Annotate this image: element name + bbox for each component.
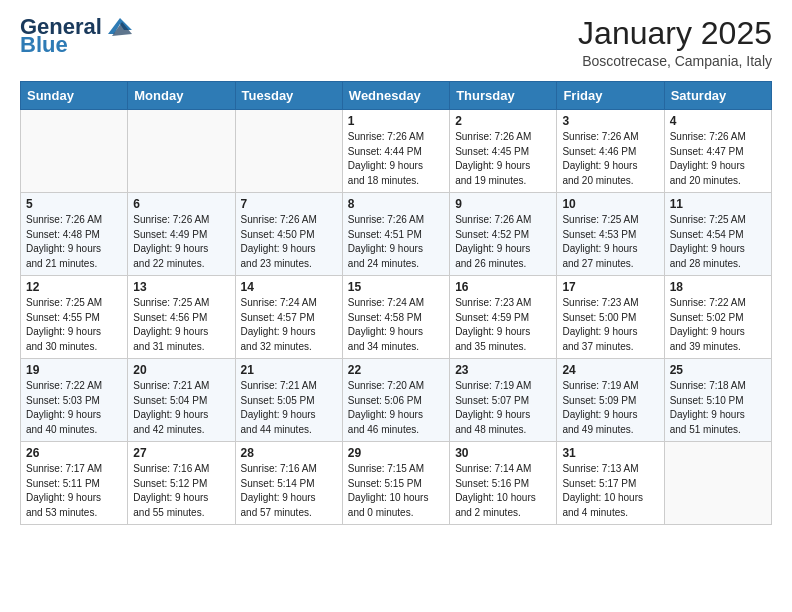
calendar-cell-w5-d5: 30Sunrise: 7:14 AM Sunset: 5:16 PM Dayli… (450, 442, 557, 525)
day-info: Sunrise: 7:26 AM Sunset: 4:45 PM Dayligh… (455, 130, 551, 188)
day-info: Sunrise: 7:26 AM Sunset: 4:52 PM Dayligh… (455, 213, 551, 271)
calendar-cell-w5-d2: 27Sunrise: 7:16 AM Sunset: 5:12 PM Dayli… (128, 442, 235, 525)
calendar-cell-w3-d1: 12Sunrise: 7:25 AM Sunset: 4:55 PM Dayli… (21, 276, 128, 359)
day-number: 21 (241, 363, 337, 377)
day-info: Sunrise: 7:21 AM Sunset: 5:05 PM Dayligh… (241, 379, 337, 437)
calendar-cell-w5-d1: 26Sunrise: 7:17 AM Sunset: 5:11 PM Dayli… (21, 442, 128, 525)
calendar-cell-w1-d5: 2Sunrise: 7:26 AM Sunset: 4:45 PM Daylig… (450, 110, 557, 193)
title-area: January 2025 Boscotrecase, Campania, Ita… (578, 16, 772, 69)
day-number: 17 (562, 280, 658, 294)
day-info: Sunrise: 7:19 AM Sunset: 5:09 PM Dayligh… (562, 379, 658, 437)
day-info: Sunrise: 7:13 AM Sunset: 5:17 PM Dayligh… (562, 462, 658, 520)
day-number: 14 (241, 280, 337, 294)
day-info: Sunrise: 7:22 AM Sunset: 5:03 PM Dayligh… (26, 379, 122, 437)
header-saturday: Saturday (664, 82, 771, 110)
day-number: 10 (562, 197, 658, 211)
day-info: Sunrise: 7:25 AM Sunset: 4:53 PM Dayligh… (562, 213, 658, 271)
calendar-cell-w2-d3: 7Sunrise: 7:26 AM Sunset: 4:50 PM Daylig… (235, 193, 342, 276)
calendar-cell-w4-d2: 20Sunrise: 7:21 AM Sunset: 5:04 PM Dayli… (128, 359, 235, 442)
day-number: 1 (348, 114, 444, 128)
day-number: 8 (348, 197, 444, 211)
weekday-header-row: Sunday Monday Tuesday Wednesday Thursday… (21, 82, 772, 110)
calendar-cell-w4-d6: 24Sunrise: 7:19 AM Sunset: 5:09 PM Dayli… (557, 359, 664, 442)
day-number: 23 (455, 363, 551, 377)
header-wednesday: Wednesday (342, 82, 449, 110)
calendar-cell-w2-d6: 10Sunrise: 7:25 AM Sunset: 4:53 PM Dayli… (557, 193, 664, 276)
day-info: Sunrise: 7:17 AM Sunset: 5:11 PM Dayligh… (26, 462, 122, 520)
day-info: Sunrise: 7:26 AM Sunset: 4:50 PM Dayligh… (241, 213, 337, 271)
calendar-cell-w2-d2: 6Sunrise: 7:26 AM Sunset: 4:49 PM Daylig… (128, 193, 235, 276)
day-number: 11 (670, 197, 766, 211)
day-number: 26 (26, 446, 122, 460)
calendar-cell-w3-d3: 14Sunrise: 7:24 AM Sunset: 4:57 PM Dayli… (235, 276, 342, 359)
day-info: Sunrise: 7:26 AM Sunset: 4:48 PM Dayligh… (26, 213, 122, 271)
day-info: Sunrise: 7:16 AM Sunset: 5:12 PM Dayligh… (133, 462, 229, 520)
day-number: 25 (670, 363, 766, 377)
day-number: 20 (133, 363, 229, 377)
week-row-5: 26Sunrise: 7:17 AM Sunset: 5:11 PM Dayli… (21, 442, 772, 525)
day-number: 15 (348, 280, 444, 294)
day-number: 24 (562, 363, 658, 377)
day-number: 13 (133, 280, 229, 294)
day-info: Sunrise: 7:25 AM Sunset: 4:54 PM Dayligh… (670, 213, 766, 271)
calendar-cell-w5-d7 (664, 442, 771, 525)
calendar-cell-w1-d1 (21, 110, 128, 193)
day-info: Sunrise: 7:24 AM Sunset: 4:57 PM Dayligh… (241, 296, 337, 354)
day-info: Sunrise: 7:26 AM Sunset: 4:46 PM Dayligh… (562, 130, 658, 188)
day-number: 9 (455, 197, 551, 211)
calendar-cell-w5-d4: 29Sunrise: 7:15 AM Sunset: 5:15 PM Dayli… (342, 442, 449, 525)
calendar-cell-w2-d4: 8Sunrise: 7:26 AM Sunset: 4:51 PM Daylig… (342, 193, 449, 276)
header-friday: Friday (557, 82, 664, 110)
day-info: Sunrise: 7:16 AM Sunset: 5:14 PM Dayligh… (241, 462, 337, 520)
day-info: Sunrise: 7:20 AM Sunset: 5:06 PM Dayligh… (348, 379, 444, 437)
header-thursday: Thursday (450, 82, 557, 110)
day-info: Sunrise: 7:22 AM Sunset: 5:02 PM Dayligh… (670, 296, 766, 354)
calendar-cell-w2-d5: 9Sunrise: 7:26 AM Sunset: 4:52 PM Daylig… (450, 193, 557, 276)
header-sunday: Sunday (21, 82, 128, 110)
calendar-cell-w1-d4: 1Sunrise: 7:26 AM Sunset: 4:44 PM Daylig… (342, 110, 449, 193)
day-info: Sunrise: 7:25 AM Sunset: 4:56 PM Dayligh… (133, 296, 229, 354)
calendar-cell-w4-d1: 19Sunrise: 7:22 AM Sunset: 5:03 PM Dayli… (21, 359, 128, 442)
week-row-2: 5Sunrise: 7:26 AM Sunset: 4:48 PM Daylig… (21, 193, 772, 276)
day-number: 5 (26, 197, 122, 211)
day-info: Sunrise: 7:19 AM Sunset: 5:07 PM Dayligh… (455, 379, 551, 437)
calendar-cell-w3-d6: 17Sunrise: 7:23 AM Sunset: 5:00 PM Dayli… (557, 276, 664, 359)
week-row-1: 1Sunrise: 7:26 AM Sunset: 4:44 PM Daylig… (21, 110, 772, 193)
day-number: 7 (241, 197, 337, 211)
day-number: 29 (348, 446, 444, 460)
calendar-cell-w1-d6: 3Sunrise: 7:26 AM Sunset: 4:46 PM Daylig… (557, 110, 664, 193)
day-info: Sunrise: 7:26 AM Sunset: 4:49 PM Dayligh… (133, 213, 229, 271)
day-number: 4 (670, 114, 766, 128)
week-row-3: 12Sunrise: 7:25 AM Sunset: 4:55 PM Dayli… (21, 276, 772, 359)
day-number: 27 (133, 446, 229, 460)
day-number: 28 (241, 446, 337, 460)
day-info: Sunrise: 7:26 AM Sunset: 4:51 PM Dayligh… (348, 213, 444, 271)
day-info: Sunrise: 7:23 AM Sunset: 4:59 PM Dayligh… (455, 296, 551, 354)
calendar-cell-w3-d7: 18Sunrise: 7:22 AM Sunset: 5:02 PM Dayli… (664, 276, 771, 359)
day-number: 12 (26, 280, 122, 294)
page: General Blue January 2025 Boscotrecase, … (0, 0, 792, 545)
logo-blue: Blue (20, 34, 68, 56)
calendar-cell-w5-d6: 31Sunrise: 7:13 AM Sunset: 5:17 PM Dayli… (557, 442, 664, 525)
calendar-cell-w4-d7: 25Sunrise: 7:18 AM Sunset: 5:10 PM Dayli… (664, 359, 771, 442)
day-info: Sunrise: 7:23 AM Sunset: 5:00 PM Dayligh… (562, 296, 658, 354)
calendar-cell-w5-d3: 28Sunrise: 7:16 AM Sunset: 5:14 PM Dayli… (235, 442, 342, 525)
calendar-cell-w2-d7: 11Sunrise: 7:25 AM Sunset: 4:54 PM Dayli… (664, 193, 771, 276)
day-number: 16 (455, 280, 551, 294)
day-info: Sunrise: 7:26 AM Sunset: 4:47 PM Dayligh… (670, 130, 766, 188)
calendar-cell-w3-d5: 16Sunrise: 7:23 AM Sunset: 4:59 PM Dayli… (450, 276, 557, 359)
day-info: Sunrise: 7:15 AM Sunset: 5:15 PM Dayligh… (348, 462, 444, 520)
day-number: 18 (670, 280, 766, 294)
day-number: 19 (26, 363, 122, 377)
day-info: Sunrise: 7:21 AM Sunset: 5:04 PM Dayligh… (133, 379, 229, 437)
day-number: 30 (455, 446, 551, 460)
day-number: 2 (455, 114, 551, 128)
calendar: Sunday Monday Tuesday Wednesday Thursday… (20, 81, 772, 525)
day-info: Sunrise: 7:26 AM Sunset: 4:44 PM Dayligh… (348, 130, 444, 188)
day-info: Sunrise: 7:18 AM Sunset: 5:10 PM Dayligh… (670, 379, 766, 437)
header-monday: Monday (128, 82, 235, 110)
month-title: January 2025 (578, 16, 772, 51)
day-info: Sunrise: 7:25 AM Sunset: 4:55 PM Dayligh… (26, 296, 122, 354)
calendar-cell-w4-d5: 23Sunrise: 7:19 AM Sunset: 5:07 PM Dayli… (450, 359, 557, 442)
logo: General Blue (20, 16, 132, 56)
